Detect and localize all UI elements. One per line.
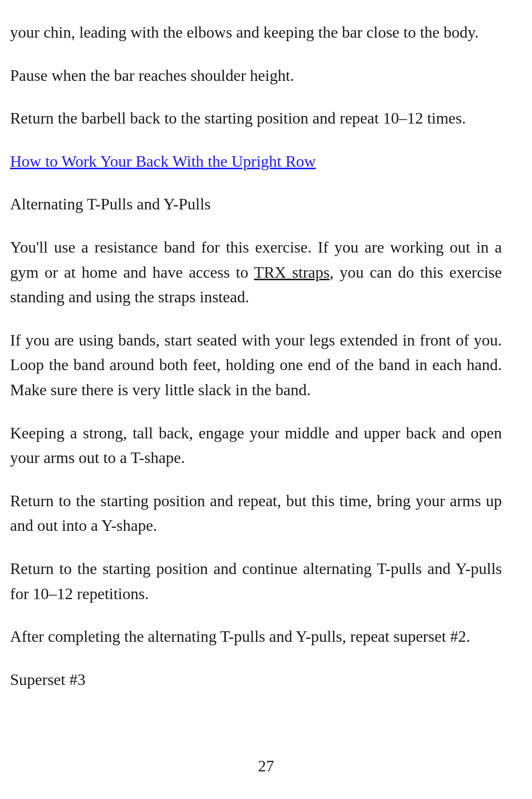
para10-text: After completing the alternating T-pulls… <box>10 624 502 649</box>
paragraph-5: You'll use a resistance band for this ex… <box>10 235 502 310</box>
para2-text: Pause when the bar reaches shoulder heig… <box>10 63 502 88</box>
section-heading-block: How to Work Your Back With the Upright R… <box>10 149 502 174</box>
paragraph-3: Return the barbell back to the starting … <box>10 106 502 131</box>
page-content: your chin, leading with the elbows and k… <box>0 0 532 750</box>
paragraph-6: If you are using bands, start seated wit… <box>10 328 502 403</box>
paragraph-4: Alternating T-Pulls and Y-Pulls <box>10 192 502 217</box>
para1-text: your chin, leading with the elbows and k… <box>10 20 502 45</box>
para11-text: Superset #3 <box>10 667 502 693</box>
trx-straps-link[interactable]: TRX straps <box>254 263 330 281</box>
para9-text: Return to the starting position and cont… <box>10 556 502 606</box>
paragraph-7: Keeping a strong, tall back, engage your… <box>10 421 502 471</box>
paragraph-10: After completing the alternating T-pulls… <box>10 624 502 649</box>
para4-text: Alternating T-Pulls and Y-Pulls <box>10 192 502 217</box>
para8-text: Return to the starting position and repe… <box>10 489 502 538</box>
page-number: 27 <box>258 754 274 779</box>
para5-text: You'll use a resistance band for this ex… <box>10 235 502 310</box>
section-heading-link[interactable]: How to Work Your Back With the Upright R… <box>10 149 502 174</box>
paragraph-11: Superset #3 <box>10 667 502 693</box>
paragraph-9: Return to the starting position and cont… <box>10 556 502 606</box>
para3-text: Return the barbell back to the starting … <box>10 106 502 131</box>
paragraph-2: Pause when the bar reaches shoulder heig… <box>10 63 502 88</box>
paragraph-1: your chin, leading with the elbows and k… <box>10 20 502 45</box>
para7-text: Keeping a strong, tall back, engage your… <box>10 421 502 471</box>
para6-text: If you are using bands, start seated wit… <box>10 328 502 403</box>
paragraph-8: Return to the starting position and repe… <box>10 489 502 538</box>
